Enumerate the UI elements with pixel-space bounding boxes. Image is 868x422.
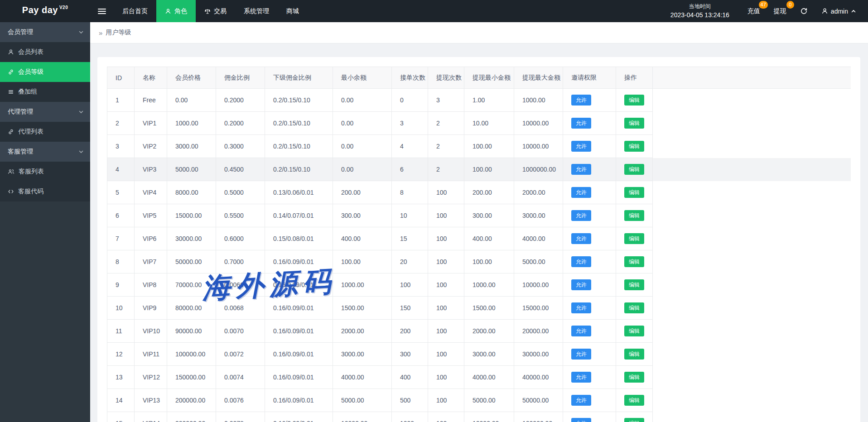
cell-actions: 编辑	[616, 181, 653, 204]
sidebar-group-6[interactable]: 客服管理	[0, 142, 90, 162]
allow-button[interactable]: 允许	[571, 395, 591, 406]
cell-sub_commission: 0.16/0.09/0.01	[265, 343, 333, 366]
cell-invite: 允许	[563, 343, 616, 366]
cell-id: 14	[107, 389, 135, 412]
cell-withdraw_max: 3000.00	[514, 204, 563, 227]
withdraw-button[interactable]: 提现 0	[774, 6, 786, 16]
cell-commission: 0.4500	[216, 158, 265, 181]
cell-sub_commission: 0.16/0.09/0.01	[265, 297, 333, 320]
allow-button[interactable]: 允许	[571, 279, 591, 291]
cell-invite: 允许	[563, 181, 616, 204]
cell-commission: 0.0070	[216, 320, 265, 343]
cell-orders: 400	[392, 366, 428, 389]
cell-withdraw_min: 1500.00	[464, 297, 514, 320]
cell-orders: 15	[392, 227, 428, 250]
table-row: 8VIP750000.000.70000.16/0.09/0.01100.002…	[107, 250, 851, 273]
recharge-button[interactable]: 充值 47	[747, 6, 760, 16]
menu-toggle-icon[interactable]	[90, 0, 114, 22]
allow-button[interactable]: 允许	[571, 302, 591, 314]
allow-button[interactable]: 允许	[571, 187, 591, 198]
cell-id: 1	[107, 89, 135, 112]
column-header: 提现次数	[428, 67, 464, 89]
cell-invite: 允许	[563, 227, 616, 250]
cell-name: VIP8	[135, 273, 167, 297]
refresh-button[interactable]	[800, 7, 808, 15]
allow-button[interactable]: 允许	[571, 372, 591, 383]
user-menu[interactable]: admin	[821, 8, 856, 15]
nav-item-1[interactable]: 角色	[156, 0, 196, 22]
cell-min_balance: 0.00	[333, 158, 392, 181]
cell-name: VIP14	[135, 412, 167, 422]
edit-button[interactable]: 编辑	[624, 349, 644, 360]
local-time-value: 2023-04-05 13:24:16	[666, 10, 734, 19]
edit-button[interactable]: 编辑	[624, 187, 644, 198]
allow-button[interactable]: 允许	[571, 118, 591, 129]
table-row: 4VIP35000.000.45000.2/0.15/0.100.0062100…	[107, 158, 851, 181]
edit-button[interactable]: 编辑	[624, 118, 644, 129]
nav-item-4[interactable]: 商城	[278, 0, 308, 22]
edit-button[interactable]: 编辑	[624, 418, 644, 422]
sidebar-item-7[interactable]: 客服列表	[0, 162, 90, 182]
sidebar-item-3[interactable]: 叠加组	[0, 82, 90, 102]
sidebar-group-4[interactable]: 代理管理	[0, 102, 90, 122]
edit-button[interactable]: 编辑	[624, 279, 644, 291]
cell-withdraw_times: 100	[428, 204, 464, 227]
allow-button[interactable]: 允许	[571, 256, 591, 268]
column-header: 操作	[616, 67, 653, 89]
nav-item-3[interactable]: 系统管理	[235, 0, 278, 22]
cell-actions: 编辑	[616, 343, 653, 366]
allow-button[interactable]: 允许	[571, 233, 591, 245]
withdraw-badge: 0	[786, 1, 794, 9]
edit-button[interactable]: 编辑	[624, 302, 644, 314]
cell-sub_commission: 0.2/0.15/0.10	[265, 158, 333, 181]
sidebar-item-8[interactable]: 客服代码	[0, 182, 90, 201]
cell-withdraw_min: 3000.00	[464, 343, 514, 366]
edit-button[interactable]: 编辑	[624, 233, 644, 245]
column-header: 邀请权限	[563, 67, 616, 89]
table-row: 11VIP1090000.000.00700.16/0.09/0.012000.…	[107, 320, 851, 343]
cell-actions: 编辑	[616, 158, 653, 181]
allow-button[interactable]: 允许	[571, 210, 591, 221]
cell-commission: 0.2000	[216, 89, 265, 112]
edit-button[interactable]: 编辑	[624, 95, 644, 106]
cell-filler	[653, 250, 851, 273]
allow-button[interactable]: 允许	[571, 164, 591, 175]
cell-name: VIP13	[135, 389, 167, 412]
sidebar-item-2[interactable]: 会员等级	[0, 62, 90, 82]
cell-commission: 0.0076	[216, 389, 265, 412]
sidebar-item-5[interactable]: 代理列表	[0, 122, 90, 142]
allow-button[interactable]: 允许	[571, 95, 591, 106]
nav-item-2[interactable]: 交易	[196, 0, 235, 22]
nav-item-0[interactable]: 后台首页	[114, 0, 156, 22]
cell-id: 2	[107, 112, 135, 135]
cell-withdraw_max: 50000.00	[514, 389, 563, 412]
cell-withdraw_times: 100	[428, 412, 464, 422]
withdraw-label: 提现	[774, 7, 786, 14]
edit-button[interactable]: 编辑	[624, 326, 644, 337]
cell-price: 50000.00	[167, 250, 216, 273]
allow-button[interactable]: 允许	[571, 141, 591, 152]
edit-button[interactable]: 编辑	[624, 395, 644, 406]
edit-button[interactable]: 编辑	[624, 164, 644, 175]
cell-withdraw_min: 5000.00	[464, 389, 514, 412]
column-header: 最小余额	[333, 67, 392, 89]
edit-button[interactable]: 编辑	[624, 372, 644, 383]
cell-withdraw_min: 2000.00	[464, 320, 514, 343]
cell-actions: 编辑	[616, 250, 653, 273]
edit-button[interactable]: 编辑	[624, 256, 644, 268]
breadcrumb-icon: »	[99, 29, 102, 37]
cell-name: VIP6	[135, 227, 167, 250]
cell-price: 200000.00	[167, 389, 216, 412]
cell-commission: 0.7000	[216, 250, 265, 273]
allow-button[interactable]: 允许	[571, 418, 591, 422]
allow-button[interactable]: 允许	[571, 326, 591, 337]
allow-button[interactable]: 允许	[571, 349, 591, 360]
cell-withdraw_min: 100.00	[464, 158, 514, 181]
column-header: 佣金比例	[216, 67, 265, 89]
sidebar-group-0[interactable]: 会员管理	[0, 22, 90, 42]
edit-button[interactable]: 编辑	[624, 141, 644, 152]
chevron-down-icon	[78, 149, 84, 154]
sidebar-item-1[interactable]: 会员列表	[0, 42, 90, 62]
cell-actions: 编辑	[616, 389, 653, 412]
edit-button[interactable]: 编辑	[624, 210, 644, 221]
